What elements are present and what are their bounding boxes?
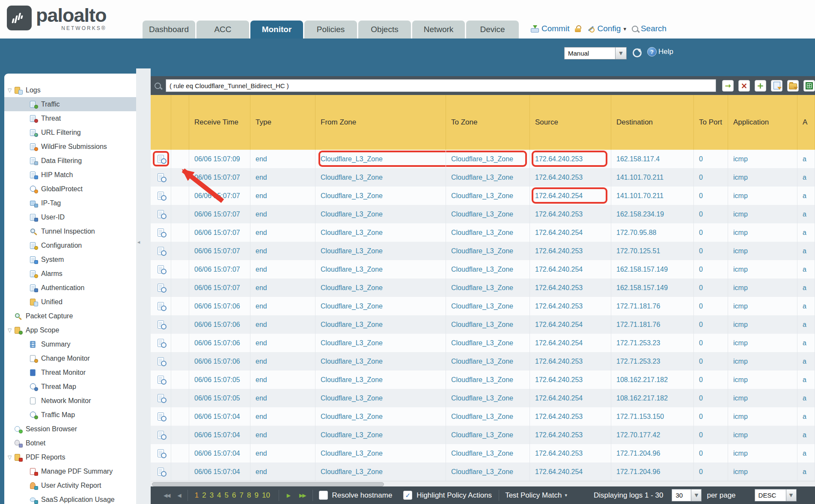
per-page-dropdown-arrow[interactable]: ▼ bbox=[691, 489, 702, 501]
nav-tab[interactable]: Monitor bbox=[250, 21, 303, 39]
log-row[interactable]: 06/06 15:07:04 end Cloudflare_L3_Zone Cl… bbox=[151, 462, 815, 481]
sidebar-item[interactable]: ▽ WildFire Submissions bbox=[4, 139, 136, 154]
log-row[interactable]: 06/06 15:07:09 end Cloudflare_L3_Zone Cl… bbox=[151, 150, 815, 168]
expander-icon[interactable]: ▽ bbox=[8, 327, 15, 333]
nav-tab[interactable]: Device bbox=[466, 21, 519, 39]
sidebar-item[interactable]: ▽ PDF Reports bbox=[4, 450, 136, 464]
column-header-source[interactable]: Source bbox=[530, 95, 611, 150]
log-detail-icon[interactable] bbox=[158, 247, 164, 255]
log-detail-icon[interactable] bbox=[158, 412, 164, 421]
log-row[interactable]: 06/06 15:07:07 end Cloudflare_L3_Zone Cl… bbox=[151, 242, 815, 260]
sidebar-item[interactable]: ▽ Manage PDF Summary bbox=[4, 464, 136, 478]
column-header-to-zone[interactable]: To Zone bbox=[446, 95, 530, 150]
sidebar-item[interactable]: ▽ Traffic Map bbox=[4, 408, 136, 422]
page-number[interactable]: 4 bbox=[217, 491, 221, 500]
prev-page-button[interactable]: ◀ bbox=[177, 492, 180, 498]
log-detail-icon[interactable] bbox=[158, 320, 164, 329]
sidebar-item[interactable]: ▽ SaaS Application Usage bbox=[4, 492, 136, 504]
sidebar-item[interactable]: ▽ User-ID bbox=[4, 210, 136, 224]
log-row[interactable]: 06/06 15:07:05 end Cloudflare_L3_Zone Cl… bbox=[151, 371, 815, 389]
sidebar-item[interactable]: ▽ GlobalProtect bbox=[4, 182, 136, 196]
log-row[interactable]: 06/06 15:07:04 end Cloudflare_L3_Zone Cl… bbox=[151, 444, 815, 462]
log-detail-icon[interactable] bbox=[158, 376, 164, 384]
apply-filter-button[interactable]: → bbox=[722, 80, 734, 92]
per-page-select[interactable]: 30 ▼ bbox=[672, 489, 702, 501]
last-page-button[interactable]: ▶▶ bbox=[299, 492, 305, 498]
sort-order-value[interactable]: DESC bbox=[755, 489, 786, 501]
sidebar-item[interactable]: ▽ Authentication bbox=[4, 281, 136, 295]
log-row[interactable]: 06/06 15:07:06 end Cloudflare_L3_Zone Cl… bbox=[151, 334, 815, 352]
sidebar-item[interactable]: ▽ Alarms bbox=[4, 267, 136, 281]
sidebar-item[interactable]: ▽ Change Monitor bbox=[4, 351, 136, 365]
per-page-value[interactable]: 30 bbox=[672, 489, 691, 501]
sidebar-item[interactable]: ▽ Threat Monitor bbox=[4, 365, 136, 379]
log-detail-icon[interactable] bbox=[158, 155, 164, 163]
nav-tab[interactable]: Objects bbox=[358, 21, 411, 39]
config-menu-button[interactable]: Config ▾ bbox=[587, 24, 626, 33]
nav-tab[interactable]: ACC bbox=[196, 21, 249, 39]
sidebar-item[interactable]: ▽ Configuration bbox=[4, 238, 136, 252]
column-header-application[interactable]: Application bbox=[728, 95, 797, 150]
page-number[interactable]: 7 bbox=[240, 491, 244, 500]
sidebar-item[interactable]: ▽ Unified bbox=[4, 295, 136, 309]
log-row[interactable]: 06/06 15:07:05 end Cloudflare_L3_Zone Cl… bbox=[151, 389, 815, 407]
log-row[interactable]: 06/06 15:07:07 end Cloudflare_L3_Zone Cl… bbox=[151, 187, 815, 205]
sidebar-item[interactable]: ▽ App Scope bbox=[4, 323, 136, 337]
sidebar-item[interactable]: ▽ URL Filtering bbox=[4, 125, 136, 139]
test-policy-match-button[interactable]: Test Policy Match bbox=[505, 491, 562, 500]
help-button[interactable]: ? Help bbox=[647, 47, 673, 56]
log-row[interactable]: 06/06 15:07:07 end Cloudflare_L3_Zone Cl… bbox=[151, 260, 815, 279]
page-number[interactable]: 3 bbox=[210, 491, 214, 500]
add-filter-button[interactable]: + bbox=[755, 80, 766, 92]
page-number[interactable]: 5 bbox=[225, 491, 229, 500]
refresh-interval-select[interactable]: Manual ▼ bbox=[564, 47, 627, 59]
nav-tab[interactable]: Dashboard bbox=[143, 21, 195, 39]
sidebar-item[interactable]: ▽ IP-Tag bbox=[4, 196, 136, 210]
log-detail-icon[interactable] bbox=[158, 357, 164, 365]
log-row[interactable]: 06/06 15:07:06 end Cloudflare_L3_Zone Cl… bbox=[151, 352, 815, 371]
log-row[interactable]: 06/06 15:07:07 end Cloudflare_L3_Zone Cl… bbox=[151, 168, 815, 187]
sidebar-item[interactable]: ▽ Data Filtering bbox=[4, 154, 136, 168]
sidebar-item[interactable]: ▽ System bbox=[4, 252, 136, 267]
log-row[interactable]: 06/06 15:07:06 end Cloudflare_L3_Zone Cl… bbox=[151, 297, 815, 315]
log-detail-icon[interactable] bbox=[158, 468, 164, 476]
page-number[interactable]: 1 bbox=[195, 491, 199, 500]
log-detail-icon[interactable] bbox=[158, 394, 164, 402]
column-header-action[interactable]: A bbox=[797, 95, 815, 150]
log-detail-icon[interactable] bbox=[158, 173, 164, 181]
log-detail-icon[interactable] bbox=[158, 339, 164, 347]
log-detail-icon[interactable] bbox=[158, 210, 164, 218]
sidebar-item[interactable]: ▽ Summary bbox=[4, 337, 136, 351]
load-filter-button[interactable] bbox=[787, 80, 799, 92]
sidebar-item[interactable]: ▽ Logs bbox=[4, 83, 136, 97]
log-row[interactable]: 06/06 15:07:07 end Cloudflare_L3_Zone Cl… bbox=[151, 205, 815, 223]
log-detail-icon[interactable] bbox=[158, 265, 164, 273]
log-detail-icon[interactable] bbox=[158, 284, 164, 292]
nav-tab[interactable]: Policies bbox=[304, 21, 357, 39]
sidebar-item[interactable]: ▽ Tunnel Inspection bbox=[4, 224, 136, 238]
filter-builder-button[interactable] bbox=[771, 80, 782, 92]
sidebar-item[interactable]: ▽ Threat bbox=[4, 111, 136, 125]
column-header-type[interactable]: Type bbox=[250, 95, 315, 150]
sidebar-item[interactable]: ▽ Network Monitor bbox=[4, 394, 136, 408]
global-search-button[interactable]: Search bbox=[632, 24, 666, 33]
log-detail-icon[interactable] bbox=[158, 192, 164, 200]
page-number[interactable]: 9 bbox=[254, 491, 258, 500]
log-detail-icon[interactable] bbox=[158, 228, 164, 237]
export-logs-button[interactable] bbox=[803, 80, 815, 92]
log-filter-input[interactable] bbox=[166, 79, 716, 92]
next-page-button[interactable]: ▶ bbox=[287, 492, 291, 498]
column-header-from-zone[interactable]: From Zone bbox=[315, 95, 446, 150]
log-row[interactable]: 06/06 15:07:07 end Cloudflare_L3_Zone Cl… bbox=[151, 279, 815, 297]
column-header-receive-time[interactable]: Receive Time bbox=[189, 95, 250, 150]
collapse-sidebar-icon[interactable]: ◂ bbox=[135, 233, 142, 250]
clear-filter-button[interactable]: × bbox=[738, 80, 750, 92]
refresh-icon[interactable] bbox=[633, 48, 642, 57]
commit-button[interactable]: Commit bbox=[531, 24, 569, 33]
log-row[interactable]: 06/06 15:07:07 end Cloudflare_L3_Zone Cl… bbox=[151, 223, 815, 242]
sort-order-dropdown-arrow[interactable]: ▼ bbox=[786, 489, 797, 501]
log-detail-icon[interactable] bbox=[158, 449, 164, 457]
page-number[interactable]: 2 bbox=[202, 491, 206, 500]
first-page-button[interactable]: ◀◀ bbox=[164, 492, 170, 498]
sidebar-item[interactable]: ▽ Traffic bbox=[4, 97, 136, 111]
